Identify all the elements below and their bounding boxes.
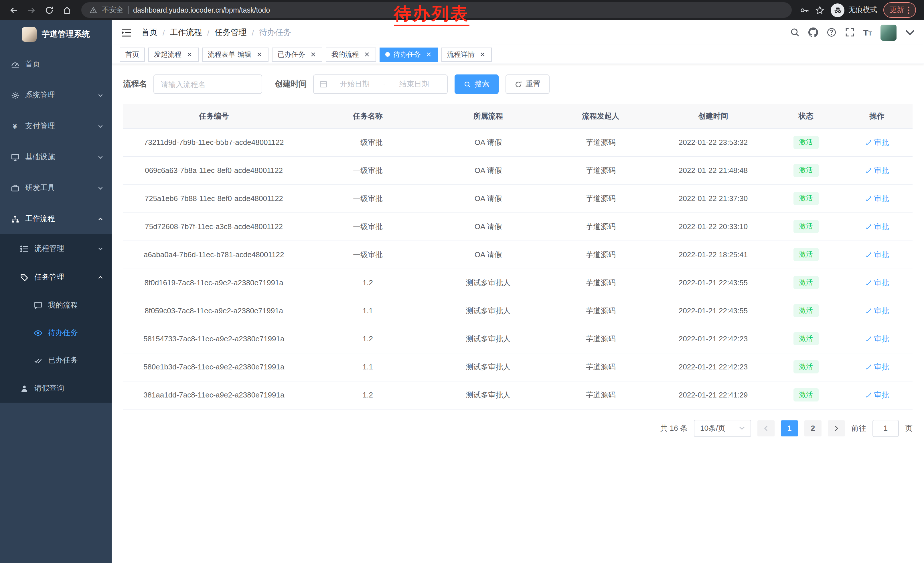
sidebar-item-task-mgmt[interactable]: 任务管理 xyxy=(0,263,112,291)
approve-link[interactable]: 审批 xyxy=(865,306,889,316)
tab-start-process[interactable]: 发起流程 xyxy=(148,47,199,62)
process-name-input[interactable] xyxy=(153,75,262,94)
sidebar-item-devtools[interactable]: 研发工具 xyxy=(0,173,112,203)
status-cell: 激活 xyxy=(770,325,841,353)
breadcrumb-item[interactable]: 任务管理 xyxy=(214,27,247,38)
status-badge: 激活 xyxy=(794,192,819,205)
close-icon[interactable] xyxy=(425,51,432,58)
table-row: 58154733-7ac8-11ec-a9e2-a2380e71991a 1.2… xyxy=(123,325,912,353)
breadcrumb-item[interactable]: 工作流程 xyxy=(170,27,202,38)
search-button[interactable]: 搜索 xyxy=(454,75,499,94)
sidebar-item-todo-task[interactable]: 待办任务 xyxy=(0,319,112,347)
tab-form-edit[interactable]: 流程表单-编辑 xyxy=(202,47,268,62)
table-row: 8f0d1619-7ac8-11ec-a9e2-a2380e71991a 1.2… xyxy=(123,269,912,297)
fullscreen-icon[interactable] xyxy=(845,27,855,37)
reset-button[interactable]: 重置 xyxy=(506,75,550,94)
sidebar-item-done-task[interactable]: 已办任务 xyxy=(0,347,112,374)
sidebar-item-workflow[interactable]: 工作流程 xyxy=(0,203,112,234)
approve-link[interactable]: 审批 xyxy=(865,165,889,176)
menu-dots-icon[interactable] xyxy=(908,6,910,14)
update-button[interactable]: 更新 xyxy=(884,2,916,18)
create-time-cell: 2022-01-22 20:33:10 xyxy=(656,213,771,240)
approve-link[interactable]: 审批 xyxy=(865,333,889,344)
approve-link[interactable]: 审批 xyxy=(865,249,889,260)
starter-cell: 芋道源码 xyxy=(545,156,656,185)
close-icon[interactable] xyxy=(186,51,193,58)
task-name-cell: 一级审批 xyxy=(304,213,431,240)
table-row: 069c6a63-7b8a-11ec-8ef0-acde48001122 一级审… xyxy=(123,156,912,185)
search-icon[interactable] xyxy=(790,27,800,37)
tab-process-detail[interactable]: 流程详情 xyxy=(441,47,492,62)
incognito-chip[interactable]: 无痕模式 xyxy=(831,3,877,17)
close-icon[interactable] xyxy=(363,51,370,58)
next-page-button[interactable] xyxy=(828,420,845,436)
calendar-icon xyxy=(320,80,327,88)
approve-label: 审批 xyxy=(874,333,889,344)
security-label: 不安全 xyxy=(102,5,123,15)
approve-link[interactable]: 审批 xyxy=(865,390,889,400)
approve-label: 审批 xyxy=(874,221,889,232)
date-range-picker[interactable]: 开始日期 - 结束日期 xyxy=(313,75,448,94)
page-button-2[interactable]: 2 xyxy=(804,420,822,436)
sidebar-item-payment[interactable]: ¥ 支付管理 xyxy=(0,111,112,141)
help-icon[interactable] xyxy=(826,27,836,37)
logo[interactable]: 芋道管理系统 xyxy=(0,20,112,49)
sidebar-item-label: 我的流程 xyxy=(48,300,104,311)
tab-label: 首页 xyxy=(125,50,139,59)
dashboard-icon xyxy=(10,60,20,69)
page-size-select[interactable]: 10条/页 xyxy=(694,419,751,437)
approve-link[interactable]: 审批 xyxy=(865,193,889,204)
bookmark-star-icon[interactable] xyxy=(815,6,824,15)
goto-page-input[interactable] xyxy=(873,419,899,437)
home-icon[interactable] xyxy=(59,2,74,18)
task-id-cell: 58154733-7ac8-11ec-a9e2-a2380e71991a xyxy=(123,325,304,353)
edit-pencil-icon xyxy=(865,195,872,202)
caret-down-icon[interactable] xyxy=(905,27,915,37)
tab-home[interactable]: 首页 xyxy=(120,47,145,62)
breadcrumb-item[interactable]: 首页 xyxy=(141,27,158,38)
forward-icon[interactable] xyxy=(24,2,39,18)
col-task-id: 任务编号 xyxy=(123,104,304,128)
col-status: 状态 xyxy=(770,104,841,128)
sidebar-item-leave-query[interactable]: 请假查询 xyxy=(0,374,112,402)
github-icon[interactable] xyxy=(808,27,818,37)
create-time-cell: 2022-01-22 23:53:32 xyxy=(656,128,771,156)
font-size-icon[interactable]: TT xyxy=(863,28,872,37)
sidebar-item-home[interactable]: 首页 xyxy=(0,49,112,80)
edit-pencil-icon xyxy=(865,251,872,258)
approve-link[interactable]: 审批 xyxy=(865,278,889,288)
tab-label: 流程详情 xyxy=(447,50,475,59)
reload-icon[interactable] xyxy=(41,2,57,18)
page-button-1[interactable]: 1 xyxy=(781,420,798,436)
chevron-down-icon xyxy=(98,92,104,98)
tab-todo-task[interactable]: 待办任务 xyxy=(380,47,438,62)
tab-my-process[interactable]: 我的流程 xyxy=(326,47,376,62)
sidebar-item-system[interactable]: 系统管理 xyxy=(0,80,112,111)
sidebar-item-infra[interactable]: 基础设施 xyxy=(0,141,112,173)
status-cell: 激活 xyxy=(770,185,841,213)
prev-page-button[interactable] xyxy=(758,420,775,436)
process-cell: 测试多审批人 xyxy=(431,353,546,381)
sidebar-item-my-process[interactable]: 我的流程 xyxy=(0,291,112,319)
sidebar-collapse-icon[interactable] xyxy=(121,27,132,38)
approve-link[interactable]: 审批 xyxy=(865,137,889,147)
close-icon[interactable] xyxy=(478,51,486,58)
approve-link[interactable]: 审批 xyxy=(865,362,889,372)
close-icon[interactable] xyxy=(309,51,316,58)
task-name-cell: 1.1 xyxy=(304,297,431,325)
active-dot xyxy=(385,52,390,57)
key-icon[interactable] xyxy=(800,6,809,15)
process-cell: OA 请假 xyxy=(431,156,546,185)
action-cell: 审批 xyxy=(842,353,912,381)
close-icon[interactable] xyxy=(255,51,263,58)
sidebar-item-process-mgmt[interactable]: 流程管理 xyxy=(0,234,112,263)
status-cell: 激活 xyxy=(770,240,841,269)
approve-link[interactable]: 审批 xyxy=(865,221,889,232)
tab-done-task[interactable]: 已办任务 xyxy=(272,47,322,62)
back-icon[interactable] xyxy=(6,2,21,18)
starter-cell: 芋道源码 xyxy=(545,297,656,325)
status-cell: 激活 xyxy=(770,297,841,325)
user-avatar[interactable] xyxy=(880,24,897,41)
warning-icon xyxy=(89,6,98,14)
breadcrumb-separator: / xyxy=(207,28,210,37)
